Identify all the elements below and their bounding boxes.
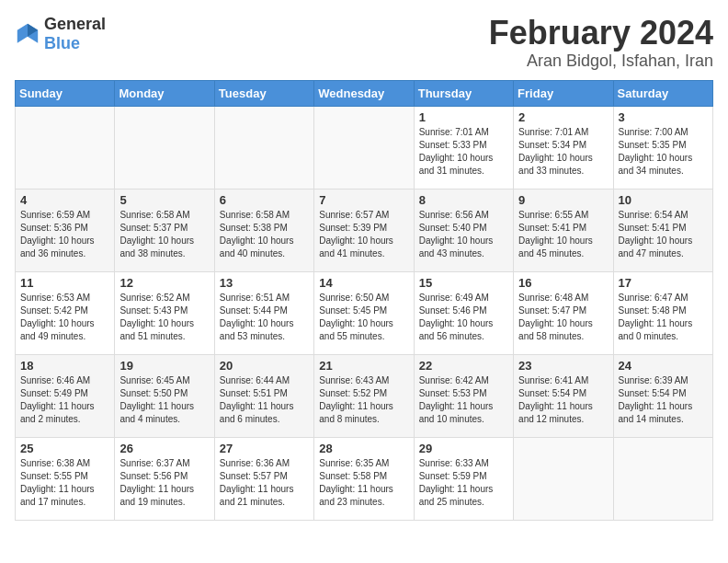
day-info: Sunrise: 6:59 AM Sunset: 5:36 PM Dayligh… — [20, 209, 109, 260]
day-cell: 23Sunrise: 6:41 AM Sunset: 5:54 PM Dayli… — [514, 354, 613, 437]
day-number: 25 — [20, 442, 109, 455]
page-header: General Blue February 2024 Aran Bidgol, … — [15, 15, 713, 71]
day-info: Sunrise: 6:45 AM Sunset: 5:50 PM Dayligh… — [119, 374, 209, 426]
day-cell: 19Sunrise: 6:45 AM Sunset: 5:50 PM Dayli… — [115, 354, 214, 437]
day-number: 9 — [518, 193, 608, 207]
day-number: 17 — [619, 276, 708, 290]
day-info: Sunrise: 6:51 AM Sunset: 5:44 PM Dayligh… — [220, 292, 309, 343]
day-info: Sunrise: 7:01 AM Sunset: 5:33 PM Dayligh… — [419, 126, 508, 178]
calendar-table: SundayMondayTuesdayWednesdayThursdayFrid… — [15, 80, 713, 521]
day-number: 23 — [518, 359, 608, 373]
weekday-header-row: SundayMondayTuesdayWednesdayThursdayFrid… — [16, 80, 713, 106]
day-info: Sunrise: 7:00 AM Sunset: 5:35 PM Dayligh… — [619, 126, 708, 178]
day-cell — [314, 106, 414, 189]
day-cell — [613, 437, 712, 520]
calendar-title-area: February 2024 Aran Bidgol, Isfahan, Iran — [489, 15, 713, 71]
day-info: Sunrise: 6:36 AM Sunset: 5:57 PM Dayligh… — [220, 457, 309, 509]
day-number: 18 — [20, 359, 109, 373]
day-info: Sunrise: 6:46 AM Sunset: 5:49 PM Dayligh… — [20, 374, 109, 426]
day-number: 5 — [119, 193, 209, 207]
day-info: Sunrise: 6:41 AM Sunset: 5:54 PM Dayligh… — [518, 374, 608, 426]
weekday-header-tuesday: Tuesday — [214, 80, 313, 106]
day-number: 26 — [119, 442, 209, 455]
logo-text: General Blue — [44, 15, 106, 53]
day-cell: 13Sunrise: 6:51 AM Sunset: 5:44 PM Dayli… — [214, 271, 313, 354]
day-info: Sunrise: 6:47 AM Sunset: 5:48 PM Dayligh… — [619, 292, 708, 343]
day-info: Sunrise: 6:58 AM Sunset: 5:37 PM Dayligh… — [119, 209, 209, 260]
day-cell: 3Sunrise: 7:00 AM Sunset: 5:35 PM Daylig… — [613, 106, 712, 189]
day-info: Sunrise: 6:55 AM Sunset: 5:41 PM Dayligh… — [518, 209, 608, 260]
day-cell: 4Sunrise: 6:59 AM Sunset: 5:36 PM Daylig… — [16, 189, 115, 271]
day-cell: 1Sunrise: 7:01 AM Sunset: 5:33 PM Daylig… — [414, 106, 513, 189]
day-info: Sunrise: 6:52 AM Sunset: 5:43 PM Dayligh… — [119, 292, 209, 343]
day-cell: 5Sunrise: 6:58 AM Sunset: 5:37 PM Daylig… — [115, 189, 214, 271]
day-cell: 10Sunrise: 6:54 AM Sunset: 5:41 PM Dayli… — [613, 189, 712, 271]
day-number: 2 — [518, 110, 608, 124]
day-info: Sunrise: 6:54 AM Sunset: 5:41 PM Dayligh… — [619, 209, 708, 260]
day-cell: 27Sunrise: 6:36 AM Sunset: 5:57 PM Dayli… — [214, 437, 313, 520]
month-title: February 2024 — [489, 15, 713, 52]
day-info: Sunrise: 6:39 AM Sunset: 5:54 PM Dayligh… — [619, 374, 708, 426]
day-number: 13 — [220, 276, 309, 290]
day-cell: 24Sunrise: 6:39 AM Sunset: 5:54 PM Dayli… — [613, 354, 712, 437]
day-cell: 26Sunrise: 6:37 AM Sunset: 5:56 PM Dayli… — [115, 437, 214, 520]
weekday-header-saturday: Saturday — [613, 80, 712, 106]
day-cell: 29Sunrise: 6:33 AM Sunset: 5:59 PM Dayli… — [414, 437, 513, 520]
day-cell: 17Sunrise: 6:47 AM Sunset: 5:48 PM Dayli… — [613, 271, 712, 354]
day-number: 19 — [119, 359, 209, 373]
location-title: Aran Bidgol, Isfahan, Iran — [489, 52, 713, 71]
day-cell: 16Sunrise: 6:48 AM Sunset: 5:47 PM Dayli… — [514, 271, 613, 354]
day-number: 15 — [419, 276, 508, 290]
day-number: 3 — [619, 110, 708, 124]
day-cell — [16, 106, 115, 189]
day-number: 21 — [319, 359, 408, 373]
day-info: Sunrise: 6:37 AM Sunset: 5:56 PM Dayligh… — [119, 457, 209, 509]
day-cell: 11Sunrise: 6:53 AM Sunset: 5:42 PM Dayli… — [16, 271, 115, 354]
day-number: 1 — [419, 110, 508, 124]
day-cell: 15Sunrise: 6:49 AM Sunset: 5:46 PM Dayli… — [414, 271, 513, 354]
day-cell — [514, 437, 613, 520]
day-cell: 12Sunrise: 6:52 AM Sunset: 5:43 PM Dayli… — [115, 271, 214, 354]
day-cell: 8Sunrise: 6:56 AM Sunset: 5:40 PM Daylig… — [414, 189, 513, 271]
day-info: Sunrise: 6:57 AM Sunset: 5:39 PM Dayligh… — [319, 209, 408, 260]
day-cell: 28Sunrise: 6:35 AM Sunset: 5:58 PM Dayli… — [314, 437, 414, 520]
day-number: 6 — [220, 193, 309, 207]
day-cell: 20Sunrise: 6:44 AM Sunset: 5:51 PM Dayli… — [214, 354, 313, 437]
day-info: Sunrise: 6:49 AM Sunset: 5:46 PM Dayligh… — [419, 292, 508, 343]
day-info: Sunrise: 6:43 AM Sunset: 5:52 PM Dayligh… — [319, 374, 408, 426]
day-cell: 18Sunrise: 6:46 AM Sunset: 5:49 PM Dayli… — [16, 354, 115, 437]
day-cell: 25Sunrise: 6:38 AM Sunset: 5:55 PM Dayli… — [16, 437, 115, 520]
logo-general: General — [44, 15, 106, 33]
day-info: Sunrise: 6:53 AM Sunset: 5:42 PM Dayligh… — [20, 292, 109, 343]
day-number: 4 — [20, 193, 109, 207]
day-number: 24 — [619, 359, 708, 373]
day-cell: 21Sunrise: 6:43 AM Sunset: 5:52 PM Dayli… — [314, 354, 414, 437]
day-info: Sunrise: 6:58 AM Sunset: 5:38 PM Dayligh… — [220, 209, 309, 260]
week-row-0: 1Sunrise: 7:01 AM Sunset: 5:33 PM Daylig… — [16, 106, 713, 189]
day-cell: 14Sunrise: 6:50 AM Sunset: 5:45 PM Dayli… — [314, 271, 414, 354]
day-info: Sunrise: 6:35 AM Sunset: 5:58 PM Dayligh… — [319, 457, 408, 509]
day-cell — [214, 106, 313, 189]
day-number: 12 — [119, 276, 209, 290]
weekday-header-sunday: Sunday — [16, 80, 115, 106]
day-number: 28 — [319, 442, 408, 455]
day-number: 14 — [319, 276, 408, 290]
logo-icon — [15, 21, 40, 47]
day-info: Sunrise: 6:50 AM Sunset: 5:45 PM Dayligh… — [319, 292, 408, 343]
day-cell: 2Sunrise: 7:01 AM Sunset: 5:34 PM Daylig… — [514, 106, 613, 189]
day-cell: 22Sunrise: 6:42 AM Sunset: 5:53 PM Dayli… — [414, 354, 513, 437]
day-number: 7 — [319, 193, 408, 207]
day-number: 20 — [220, 359, 309, 373]
day-number: 29 — [419, 442, 508, 455]
day-info: Sunrise: 6:38 AM Sunset: 5:55 PM Dayligh… — [20, 457, 109, 509]
day-info: Sunrise: 6:56 AM Sunset: 5:40 PM Dayligh… — [419, 209, 508, 260]
day-number: 11 — [20, 276, 109, 290]
day-cell: 9Sunrise: 6:55 AM Sunset: 5:41 PM Daylig… — [514, 189, 613, 271]
day-info: Sunrise: 6:42 AM Sunset: 5:53 PM Dayligh… — [419, 374, 508, 426]
logo-blue: Blue — [44, 34, 80, 52]
day-number: 10 — [619, 193, 708, 207]
day-info: Sunrise: 6:33 AM Sunset: 5:59 PM Dayligh… — [419, 457, 508, 509]
day-number: 27 — [220, 442, 309, 455]
week-row-2: 11Sunrise: 6:53 AM Sunset: 5:42 PM Dayli… — [16, 271, 713, 354]
day-info: Sunrise: 6:48 AM Sunset: 5:47 PM Dayligh… — [518, 292, 608, 343]
